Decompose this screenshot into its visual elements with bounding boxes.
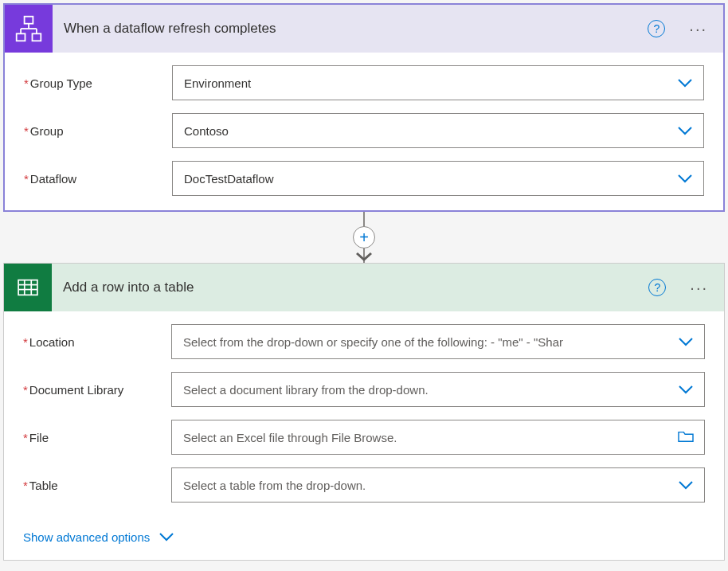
chevron-down-icon (677, 333, 695, 350)
show-advanced-options[interactable]: Show advanced options (23, 528, 175, 546)
chevron-down-icon (676, 74, 694, 92)
chevron-down-icon (158, 528, 175, 546)
table-label: *Table (23, 479, 171, 492)
group-type-label: *Group Type (24, 76, 172, 90)
show-advanced-label: Show advanced options (23, 530, 150, 544)
table-label-text: Table (29, 479, 58, 492)
field-row-table: *Table Select a table from the drop-down… (23, 467, 705, 503)
dataflow-icon (5, 5, 53, 53)
table-dropdown[interactable]: Select a table from the drop-down. (171, 467, 705, 503)
field-row-group: *Group Contoso (24, 113, 704, 148)
add-step-button[interactable]: + (353, 226, 375, 248)
chevron-down-icon (677, 476, 695, 494)
group-label: *Group (24, 124, 172, 138)
doclibrary-label: *Document Library (23, 383, 171, 397)
location-placeholder: Select from the drop-down or specify one… (183, 335, 677, 349)
location-dropdown[interactable]: Select from the drop-down or specify one… (171, 324, 705, 359)
arrow-down-icon (354, 251, 374, 264)
group-type-value: Environment (184, 76, 676, 90)
field-row-group-type: *Group Type Environment (24, 65, 704, 100)
field-row-doclibrary: *Document Library Select a document libr… (23, 372, 705, 407)
group-dropdown[interactable]: Contoso (172, 113, 704, 148)
more-menu-button[interactable]: ··· (683, 17, 714, 41)
more-menu-button[interactable]: ··· (683, 276, 714, 300)
group-type-label-text: Group Type (30, 76, 92, 90)
chevron-down-icon (676, 170, 694, 187)
help-icon[interactable]: ? (648, 279, 666, 296)
connector: + (3, 212, 725, 263)
help-icon[interactable]: ? (648, 20, 665, 37)
file-label: *File (23, 431, 171, 444)
table-placeholder: Select a table from the drop-down. (183, 479, 677, 492)
group-type-dropdown[interactable]: Environment (172, 65, 704, 100)
trigger-header[interactable]: When a dataflow refresh completes ? ··· (5, 5, 723, 53)
doclibrary-dropdown[interactable]: Select a document library from the drop-… (171, 372, 705, 407)
action-card: Add a row into a table ? ··· *Location S… (3, 263, 725, 561)
file-placeholder: Select an Excel file through File Browse… (183, 431, 677, 444)
location-label-text: Location (29, 335, 75, 349)
excel-icon (4, 264, 52, 311)
action-title: Add a row into a table (63, 280, 637, 295)
trigger-card: When a dataflow refresh completes ? ··· … (3, 3, 725, 212)
dataflow-label-text: Dataflow (30, 172, 76, 186)
chevron-down-icon (677, 381, 695, 398)
group-value: Contoso (184, 124, 676, 138)
dataflow-label: *Dataflow (24, 172, 172, 186)
svg-rect-6 (33, 33, 41, 41)
location-label: *Location (23, 335, 171, 349)
file-label-text: File (29, 431, 49, 444)
folder-icon (677, 429, 695, 446)
trigger-body: *Group Type Environment *Group Contoso *… (5, 53, 723, 210)
action-body: *Location Select from the drop-down or s… (4, 311, 724, 560)
doclibrary-placeholder: Select a document library from the drop-… (183, 383, 677, 397)
file-picker[interactable]: Select an Excel file through File Browse… (171, 420, 705, 455)
field-row-location: *Location Select from the drop-down or s… (23, 324, 705, 359)
dataflow-dropdown[interactable]: DocTestDataflow (172, 161, 704, 196)
svg-rect-5 (17, 33, 25, 41)
doclibrary-label-text: Document Library (29, 383, 123, 397)
group-label-text: Group (30, 124, 64, 138)
svg-rect-7 (18, 280, 37, 295)
dataflow-value: DocTestDataflow (184, 172, 676, 186)
field-row-file: *File Select an Excel file through File … (23, 420, 705, 455)
action-header[interactable]: Add a row into a table ? ··· (4, 264, 724, 311)
field-row-dataflow: *Dataflow DocTestDataflow (24, 161, 704, 196)
trigger-title: When a dataflow refresh completes (64, 21, 636, 37)
svg-rect-0 (25, 17, 33, 24)
chevron-down-icon (676, 122, 694, 139)
